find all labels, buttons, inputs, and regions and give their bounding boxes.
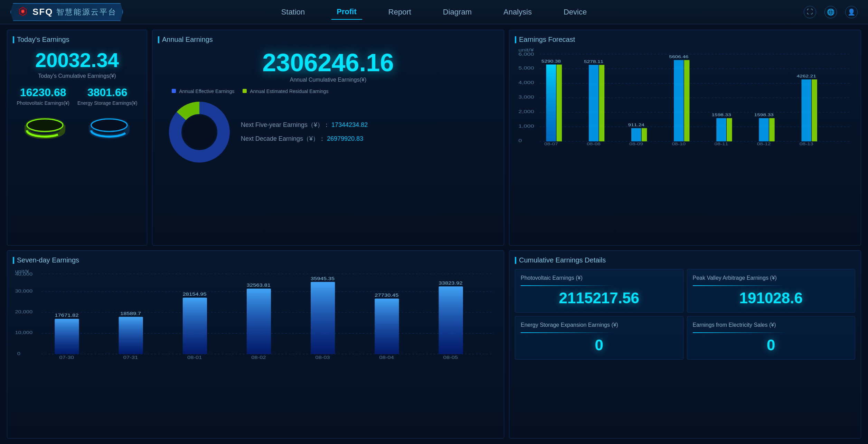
svg-text:08-10: 08-10 bbox=[672, 142, 686, 145]
cumulative-earnings-panel: Cumulative Earnings Details Photovoltaic… bbox=[509, 250, 861, 438]
svg-text:1,000: 1,000 bbox=[518, 123, 534, 128]
logo-area: SFQ 智慧能源云平台 bbox=[10, 3, 123, 21]
svg-text:911.24: 911.24 bbox=[628, 123, 644, 127]
seven-day-title: Seven-day Earnings bbox=[13, 256, 498, 264]
svg-text:1598.33: 1598.33 bbox=[711, 113, 731, 117]
es-earnings-label: Energy Storage Earnings(¥) bbox=[77, 100, 138, 106]
annual-cumulative-value: 2306246.16 bbox=[158, 48, 498, 77]
pva-divider bbox=[693, 285, 787, 286]
svg-rect-88 bbox=[375, 298, 399, 354]
svg-text:28154.95: 28154.95 bbox=[183, 292, 207, 296]
svg-rect-73 bbox=[55, 319, 79, 354]
earnings-forecast-title: Earnings Forecast bbox=[515, 36, 855, 44]
svg-text:17671.82: 17671.82 bbox=[55, 313, 78, 318]
svg-text:4,000: 4,000 bbox=[518, 80, 534, 85]
svg-text:3,000: 3,000 bbox=[518, 94, 534, 99]
svg-text:32563.81: 32563.81 bbox=[247, 283, 271, 287]
nav-profit[interactable]: Profit bbox=[331, 4, 362, 20]
pv-ring bbox=[22, 111, 67, 142]
svg-text:35945.35: 35945.35 bbox=[311, 276, 334, 281]
svg-text:18589.7: 18589.7 bbox=[120, 311, 141, 316]
cumulative-grid: Photovoltaic Earnings (¥) 2115217.56 Pea… bbox=[515, 269, 855, 360]
nav-device[interactable]: Device bbox=[558, 5, 592, 19]
pv-earnings-item: 16230.68 Photovoltaic Earnings(¥) bbox=[17, 86, 69, 106]
seven-day-chart: unit/¥ 0 10,000 20,000 30,000 40,000 176… bbox=[13, 269, 498, 359]
svg-text:08-11: 08-11 bbox=[715, 142, 728, 145]
svg-rect-91 bbox=[439, 286, 463, 354]
svg-text:5278.11: 5278.11 bbox=[584, 59, 603, 64]
svg-rect-39 bbox=[599, 65, 605, 141]
nav-diagram[interactable]: Diagram bbox=[437, 5, 477, 19]
svg-text:2,000: 2,000 bbox=[518, 109, 534, 114]
svg-rect-79 bbox=[183, 298, 207, 354]
svg-text:30,000: 30,000 bbox=[15, 289, 32, 293]
es-ring bbox=[87, 111, 132, 142]
svg-text:33823.92: 33823.92 bbox=[438, 281, 462, 285]
todays-earnings-panel: Today's Earnings 20032.34 Today's Cumula… bbox=[7, 30, 147, 246]
svg-rect-47 bbox=[684, 60, 690, 141]
svg-rect-76 bbox=[119, 317, 143, 354]
nav-station[interactable]: Station bbox=[276, 5, 311, 19]
svg-text:unit/¥: unit/¥ bbox=[518, 48, 534, 53]
annual-cumulative-label: Annual Cumulative Earnings(¥) bbox=[158, 77, 498, 83]
annual-earnings-panel: Annual Earnings 2306246.16 Annual Cumula… bbox=[152, 30, 504, 246]
svg-text:08-08: 08-08 bbox=[587, 142, 601, 145]
legend-effective-dot bbox=[172, 89, 176, 93]
main-content: Today's Earnings 20032.34 Today's Cumula… bbox=[0, 24, 868, 444]
svg-text:5606.46: 5606.46 bbox=[669, 55, 688, 59]
svg-text:27730.45: 27730.45 bbox=[375, 293, 398, 297]
earnings-row: 16230.68 Photovoltaic Earnings(¥) 3801.6… bbox=[13, 86, 141, 106]
nav-report[interactable]: Report bbox=[383, 5, 417, 19]
nav-analysis[interactable]: Analysis bbox=[498, 5, 537, 19]
globe-icon[interactable]: 🌐 bbox=[824, 6, 837, 18]
todays-cumulative-label: Today's Cumulative Earnings(¥) bbox=[13, 73, 141, 79]
es-earnings-value: 3801.66 bbox=[77, 86, 138, 99]
user-icon[interactable]: 👤 bbox=[845, 6, 858, 18]
pv-divider bbox=[521, 285, 615, 286]
svg-rect-51 bbox=[727, 118, 732, 141]
pva-cell-value: 191028.6 bbox=[693, 289, 850, 307]
svg-text:1598.33: 1598.33 bbox=[754, 113, 774, 117]
rings-row bbox=[13, 111, 141, 142]
ees-cell-value: 0 bbox=[693, 336, 850, 354]
legend-residual-dot bbox=[243, 89, 247, 93]
svg-rect-43 bbox=[642, 128, 647, 141]
logo-text: SFQ bbox=[32, 7, 53, 17]
svg-rect-35 bbox=[557, 65, 562, 141]
ese-earnings-cell: Energy Storage Expansion Earnings (¥) 0 bbox=[515, 316, 683, 360]
pv-earnings-value: 16230.68 bbox=[17, 86, 69, 99]
svg-rect-34 bbox=[546, 65, 556, 141]
annual-legend: Annual Effective Earnings Annual Estimat… bbox=[158, 89, 498, 94]
pv-cell-label: Photovoltaic Earnings (¥) bbox=[521, 275, 678, 281]
svg-rect-54 bbox=[759, 118, 769, 141]
svg-rect-42 bbox=[631, 128, 641, 141]
svg-point-2 bbox=[21, 10, 24, 13]
svg-point-8 bbox=[27, 119, 63, 131]
cumulative-title: Cumulative Earnings Details bbox=[515, 256, 855, 264]
todays-cumulative-value: 20032.34 bbox=[13, 48, 141, 72]
next-decade-value: 26979920.83 bbox=[327, 135, 363, 142]
logo-badge: SFQ 智慧能源云平台 bbox=[10, 3, 123, 21]
svg-point-14 bbox=[91, 119, 127, 131]
pva-earnings-cell: Peak Valley Arbitrage Earnings (¥) 19102… bbox=[687, 269, 856, 313]
todays-earnings-title: Today's Earnings bbox=[13, 36, 141, 44]
svg-text:08-05: 08-05 bbox=[443, 355, 458, 359]
svg-text:0: 0 bbox=[518, 138, 522, 143]
main-nav: Station Profit Report Diagram Analysis D… bbox=[276, 4, 592, 20]
ees-earnings-cell: Earnings from Electricity Sales (¥) 0 bbox=[687, 316, 856, 360]
svg-rect-58 bbox=[801, 80, 811, 141]
svg-text:07-31: 07-31 bbox=[123, 355, 138, 359]
logo-subtitle: 智慧能源云平台 bbox=[56, 7, 117, 17]
fullscreen-icon[interactable]: ⛶ bbox=[804, 6, 816, 18]
earnings-forecast-panel: Earnings Forecast 0 1,000 2,000 3,000 4,… bbox=[509, 30, 861, 246]
svg-text:08-12: 08-12 bbox=[757, 142, 771, 145]
legend-residual: Annual Estimated Residual Earnings bbox=[243, 89, 328, 94]
svg-text:08-04: 08-04 bbox=[379, 355, 394, 359]
annual-earnings-title: Annual Earnings bbox=[158, 36, 498, 44]
ees-divider bbox=[693, 332, 787, 333]
ese-cell-label: Energy Storage Expansion Earnings (¥) bbox=[521, 322, 678, 328]
ese-cell-value: 0 bbox=[521, 336, 678, 354]
header: SFQ 智慧能源云平台 Station Profit Report Diagra… bbox=[0, 0, 868, 24]
pv-cell-value: 2115217.56 bbox=[521, 289, 678, 307]
next-five-value: 17344234.82 bbox=[331, 121, 368, 128]
